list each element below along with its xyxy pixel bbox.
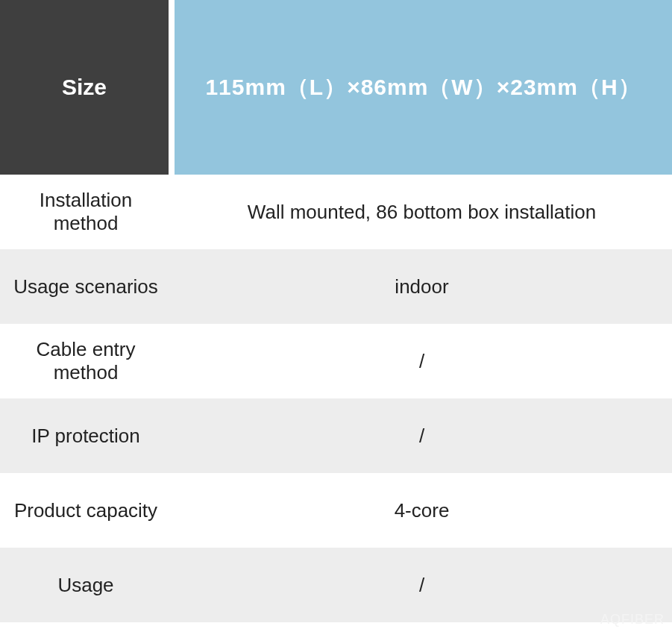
spec-table: Size 115mm（L）×86mm（W）×23mm（H） Installati… [0, 0, 672, 622]
row-label: Cable entry method [0, 324, 172, 398]
table-row: Usage scenarios indoor [0, 249, 672, 324]
header-label: Size [0, 0, 172, 175]
row-label: Usage scenarios [0, 249, 172, 324]
row-value: / [172, 398, 672, 473]
row-value: 4-core [172, 473, 672, 548]
row-label: Usage [0, 548, 172, 622]
table-row: IP protection / [0, 398, 672, 473]
row-label: IP protection [0, 398, 172, 473]
row-label: Product capacity [0, 473, 172, 548]
row-value: indoor [172, 249, 672, 324]
row-value: Wall mounted, 86 bottom box installation [172, 175, 672, 249]
table-header-row: Size 115mm（L）×86mm（W）×23mm（H） [0, 0, 672, 175]
row-value: / [172, 324, 672, 398]
table-row: Installation method Wall mounted, 86 bot… [0, 175, 672, 249]
watermark: AQFIBER [600, 612, 665, 628]
table-row: Cable entry method / [0, 324, 672, 398]
row-label: Installation method [0, 175, 172, 249]
header-value: 115mm（L）×86mm（W）×23mm（H） [172, 0, 672, 175]
row-value: / [172, 548, 672, 622]
table-row: Product capacity 4-core [0, 473, 672, 548]
table-row: Usage / [0, 548, 672, 622]
